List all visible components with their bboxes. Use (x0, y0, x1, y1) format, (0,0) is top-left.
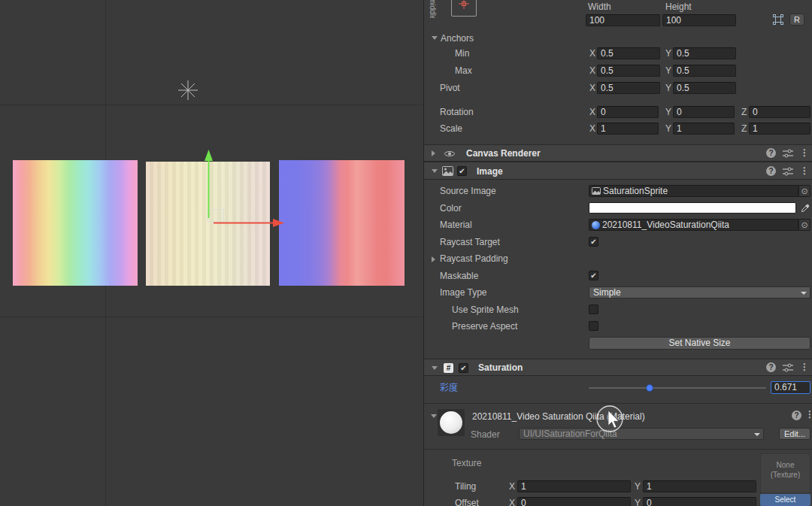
use-sprite-mesh-label: Use Sprite Mesh (452, 304, 519, 316)
raycast-target-label: Raycast Target (440, 236, 500, 248)
scene-view[interactable] (0, 0, 423, 506)
offset-label: Offset (455, 497, 479, 506)
shader-value: UI/UISaturationForQiita (523, 429, 617, 439)
saturation-slider-track[interactable] (589, 387, 766, 389)
anchors-min-y-field[interactable]: 0.5 (673, 47, 736, 59)
material-label: Material (440, 219, 472, 231)
eyedropper-icon[interactable] (801, 203, 810, 213)
object-picker-icon[interactable]: ⊙ (798, 219, 810, 231)
eye-icon[interactable] (444, 150, 456, 158)
raycast-target-checkbox[interactable]: ✔ (589, 237, 598, 247)
sprite-high-saturation[interactable] (279, 160, 404, 286)
offset-y-field[interactable]: 0 (643, 497, 756, 506)
presets-icon[interactable] (783, 167, 793, 176)
axis-y-label: Y (635, 497, 641, 506)
use-sprite-mesh-checkbox[interactable] (589, 305, 598, 314)
axis-y-label: Y (665, 65, 671, 77)
raw-edit-mode-button[interactable]: R (789, 14, 804, 26)
saturation-component-header[interactable]: # ✔ Saturation ? ⋮ (424, 359, 812, 376)
axis-x-label: X (589, 123, 595, 135)
help-icon[interactable]: ? (792, 411, 801, 420)
saturation-enabled-checkbox[interactable]: ✔ (459, 363, 468, 373)
blueprint-mode-icon[interactable] (773, 14, 783, 25)
rotation-z-field[interactable]: 0 (749, 106, 810, 118)
anchor-preset-icon[interactable] (451, 0, 477, 17)
image-type-dropdown[interactable]: Simple (589, 286, 810, 298)
height-label: Height (665, 1, 692, 13)
canvas-renderer-foldout[interactable] (432, 150, 435, 156)
none-texture-line2: (Texture) (761, 470, 810, 480)
source-image-object-field[interactable]: SaturationSprite (589, 185, 798, 197)
axis-x-label: X (589, 82, 595, 94)
set-native-size-button[interactable]: Set Native Size (589, 337, 810, 350)
scale-x-field[interactable]: 1 (597, 123, 659, 135)
sprite-pastel-rainbow[interactable] (13, 160, 138, 286)
image-foldout[interactable] (432, 169, 438, 173)
raycast-padding-foldout[interactable] (432, 256, 435, 262)
anchors-max-y-field[interactable]: 0.5 (673, 65, 736, 77)
image-type-value: Simple (593, 287, 621, 298)
menu-icon[interactable]: ⋮ (800, 362, 807, 374)
grid-line-horizontal (0, 317, 423, 317)
help-icon[interactable]: ? (766, 148, 776, 158)
tiling-x-field[interactable]: 1 (517, 480, 631, 492)
sprite-desaturated-selected[interactable] (146, 162, 270, 286)
rotation-x-field[interactable]: 0 (597, 106, 659, 118)
color-label: Color (440, 202, 462, 214)
material-object-field[interactable]: 20210811_VideoSaturationQiita (589, 219, 798, 231)
star-gizmo (178, 80, 198, 100)
rotation-y-field[interactable]: 0 (673, 106, 735, 118)
saturation-property-label: 彩度 (440, 382, 458, 394)
image-enabled-checkbox[interactable]: ✔ (457, 166, 467, 176)
help-icon[interactable]: ? (766, 166, 776, 176)
material-foldout[interactable] (431, 414, 437, 418)
presets-icon[interactable] (783, 149, 793, 158)
menu-icon[interactable]: ⋮ (800, 165, 807, 177)
scale-label: Scale (440, 123, 462, 135)
saturation-foldout[interactable] (432, 366, 438, 370)
axis-y-label: Y (665, 82, 671, 94)
shader-edit-button[interactable]: Edit... (779, 428, 810, 440)
shader-label: Shader (471, 429, 500, 441)
tiling-label: Tiling (455, 480, 476, 492)
image-component-header[interactable]: ✔ Image ? ⋮ (424, 162, 812, 180)
tiling-y-field[interactable]: 1 (643, 480, 756, 492)
source-image-value: SaturationSprite (603, 186, 668, 196)
menu-icon[interactable]: ⋮ (805, 409, 812, 421)
saturation-value-field[interactable]: 0.671 (771, 381, 810, 394)
scale-z-field[interactable]: 1 (749, 123, 810, 135)
axis-y-label: Y (665, 123, 671, 135)
anchors-max-label: Max (455, 65, 472, 77)
saturation-title: Saturation (478, 362, 523, 374)
material-preview-thumb[interactable] (438, 409, 465, 436)
canvas-renderer-title: Canvas Renderer (466, 147, 541, 159)
anchors-label: Anchors (441, 32, 474, 44)
shader-dropdown[interactable]: UI/UISaturationForQiita (519, 428, 764, 440)
width-field[interactable]: 100 (586, 14, 660, 26)
object-picker-icon[interactable]: ⊙ (798, 185, 810, 197)
color-swatch[interactable] (589, 202, 796, 214)
menu-icon[interactable]: ⋮ (800, 147, 807, 159)
scale-y-field[interactable]: 1 (673, 123, 735, 135)
height-field[interactable]: 100 (662, 14, 736, 26)
anchors-max-x-field[interactable]: 0.5 (597, 65, 660, 77)
anchor-preset-side-label: middle (429, 0, 437, 18)
anchors-min-x-field[interactable]: 0.5 (597, 47, 660, 59)
axis-y-label: Y (635, 480, 641, 492)
preserve-aspect-checkbox[interactable] (589, 321, 598, 331)
texture-select-button[interactable]: Select (760, 494, 810, 506)
pivot-label: Pivot (440, 82, 460, 94)
none-texture-line1: None (761, 460, 810, 470)
image-title: Image (477, 165, 503, 177)
canvas-renderer-header[interactable]: Canvas Renderer ? ⋮ (424, 144, 812, 162)
offset-x-field[interactable]: 0 (517, 497, 631, 506)
anchors-foldout[interactable] (432, 36, 438, 40)
presets-icon[interactable] (783, 363, 793, 372)
pivot-y-field[interactable]: 0.5 (673, 82, 736, 94)
pivot-x-field[interactable]: 0.5 (597, 82, 660, 94)
maskable-checkbox[interactable]: ✔ (589, 271, 598, 280)
help-icon[interactable]: ? (766, 362, 776, 372)
anchors-min-label: Min (455, 47, 469, 59)
texture-thumbnail-none[interactable]: None (Texture) (760, 453, 810, 493)
saturation-slider-handle[interactable] (646, 384, 653, 392)
